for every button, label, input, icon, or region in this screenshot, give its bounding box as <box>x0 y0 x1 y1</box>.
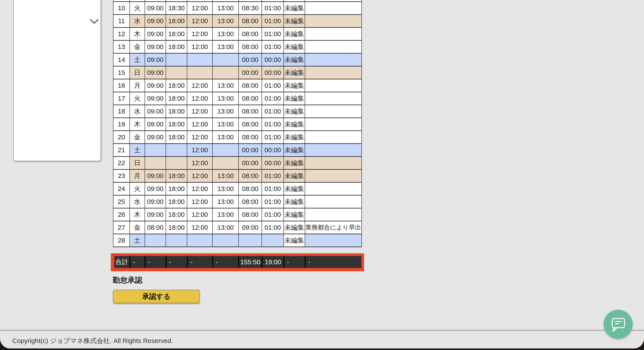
weekday-cell: 日 <box>130 66 145 79</box>
overtime-cell: 01:00 <box>262 195 284 208</box>
approve-button[interactable]: 承認する <box>113 290 200 304</box>
note-cell <box>305 144 362 157</box>
status-cell[interactable]: 未編集 <box>284 131 305 144</box>
status-cell[interactable]: 未編集 <box>284 182 305 195</box>
status-cell[interactable]: 未編集 <box>284 105 305 118</box>
work-hours-cell: 00:00 <box>238 66 262 79</box>
status-cell[interactable]: 未編集 <box>284 144 305 157</box>
break-start-cell: 12:00 <box>187 195 212 208</box>
end-time-cell: 18:00 <box>166 208 187 221</box>
chat-button[interactable] <box>604 310 632 339</box>
timesheet-row-day-20: 20金09:0018:0012:0013:0008:0001:00未編集 <box>113 131 362 144</box>
break-start-cell: 12:00 <box>187 40 212 53</box>
timesheet-row-day-13: 13金09:0018:0012:0013:0008:0001:00未編集 <box>113 40 362 53</box>
overtime-cell: 01:00 <box>262 40 284 53</box>
work-hours-cell: 00:00 <box>238 144 262 157</box>
break-end-cell <box>212 234 238 247</box>
break-end-cell: 13:00 <box>212 92 238 105</box>
day-cell: 12 <box>113 27 130 40</box>
end-time-cell: 18:00 <box>166 195 187 208</box>
start-time-cell: 08:00 <box>145 221 166 234</box>
work-hours-cell: 08:00 <box>238 79 262 92</box>
timesheet-row-day-28: 28土未編集 <box>113 234 362 247</box>
timesheet-row-day-11: 11水09:0018:0012:0013:0008:0001:00未編集 <box>113 15 362 27</box>
clipped-row-top <box>113 0 362 2</box>
status-cell[interactable]: 未編集 <box>284 157 305 170</box>
total-row: 合計 - - - - - 155:50 19:00 - - <box>114 256 362 268</box>
break-end-cell: 13:00 <box>212 15 238 27</box>
end-time-cell: 18:00 <box>166 170 187 182</box>
status-cell[interactable]: 未編集 <box>284 195 305 208</box>
break-start-cell: 12:00 <box>187 208 212 221</box>
start-time-cell <box>145 157 166 170</box>
start-time-cell: 09:00 <box>145 15 166 27</box>
note-cell <box>305 182 362 195</box>
status-cell[interactable]: 未編集 <box>284 79 305 92</box>
total-end-cell: - <box>166 256 187 268</box>
note-cell <box>305 195 362 208</box>
weekday-cell: 水 <box>130 15 145 27</box>
chevron-down-icon <box>90 19 99 24</box>
end-time-cell: 18:00 <box>166 15 187 27</box>
status-cell[interactable]: 未編集 <box>284 2 305 15</box>
break-end-cell: 13:00 <box>212 195 238 208</box>
status-cell[interactable]: 未編集 <box>284 66 305 79</box>
status-cell[interactable]: 未編集 <box>284 27 305 40</box>
work-hours-cell: 08:00 <box>238 118 262 131</box>
work-hours-cell: 08:00 <box>238 105 262 118</box>
weekday-cell: 月 <box>130 170 145 182</box>
weekday-cell: 火 <box>130 182 145 195</box>
status-cell[interactable]: 未編集 <box>284 234 305 247</box>
end-time-cell <box>166 157 187 170</box>
weekday-cell: 土 <box>130 144 145 157</box>
total-note-cell: - <box>305 256 362 268</box>
panel-dropdown-toggle[interactable] <box>90 19 99 24</box>
break-start-cell: 12:00 <box>187 170 212 182</box>
break-end-cell: 13:00 <box>212 170 238 182</box>
page-background: 10火09:0018:3012:0013:0008:3001:00未編集11水0… <box>0 0 644 349</box>
status-cell[interactable]: 未編集 <box>284 118 305 131</box>
weekday-cell: 水 <box>130 195 145 208</box>
status-cell[interactable]: 未編集 <box>284 221 305 234</box>
day-cell: 11 <box>113 15 130 27</box>
overtime-cell: 01:00 <box>262 182 284 195</box>
total-weekday-cell: - <box>130 256 144 268</box>
break-end-cell <box>212 144 238 157</box>
work-hours-cell: 08:00 <box>238 40 262 53</box>
start-time-cell: 09:00 <box>145 2 166 15</box>
note-cell <box>305 79 362 92</box>
overtime-cell: 01:00 <box>262 15 284 27</box>
status-cell[interactable]: 未編集 <box>284 53 305 66</box>
weekday-cell: 日 <box>130 157 145 170</box>
timesheet-row-day-15: 15日09:0000:0000:00未編集 <box>113 66 362 79</box>
timesheet-row-day-18: 18水09:0018:0012:0013:0008:0001:00未編集 <box>113 105 362 118</box>
status-cell[interactable]: 未編集 <box>284 92 305 105</box>
day-cell: 17 <box>113 92 130 105</box>
total-work-hours-cell: 155:50 <box>238 256 262 268</box>
status-cell[interactable]: 未編集 <box>284 208 305 221</box>
note-cell <box>305 157 362 170</box>
break-start-cell: 12:00 <box>187 157 212 170</box>
work-hours-cell: 08:30 <box>238 2 262 15</box>
note-cell <box>305 40 362 53</box>
break-start-cell <box>187 53 212 66</box>
break-end-cell: 13:00 <box>212 118 238 131</box>
day-cell: 25 <box>113 195 130 208</box>
break-end-cell: 13:00 <box>212 2 238 15</box>
attendance-page: 10火09:0018:3012:0013:0008:3001:00未編集11水0… <box>0 0 644 350</box>
break-start-cell: 12:00 <box>187 144 212 157</box>
weekday-cell: 木 <box>130 118 145 131</box>
status-cell[interactable]: 未編集 <box>284 40 305 53</box>
status-cell[interactable]: 未編集 <box>284 15 305 27</box>
break-start-cell: 12:00 <box>187 92 212 105</box>
start-time-cell: 09:00 <box>145 118 166 131</box>
day-cell: 22 <box>113 157 130 170</box>
break-end-cell <box>212 66 238 79</box>
status-cell[interactable]: 未編集 <box>284 170 305 182</box>
weekday-cell: 金 <box>130 221 145 234</box>
attendance-approval-heading: 勤怠承認 <box>112 275 142 285</box>
end-time-cell: 18:00 <box>166 79 187 92</box>
start-time-cell: 09:00 <box>145 195 166 208</box>
weekday-cell: 金 <box>130 40 145 53</box>
day-cell: 21 <box>113 144 130 157</box>
